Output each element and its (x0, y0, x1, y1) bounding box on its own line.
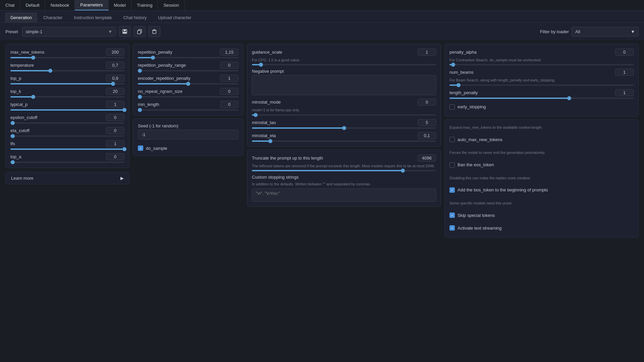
auto-max-new-tokens-checkbox[interactable] (449, 137, 455, 142)
tab-character[interactable]: Character (38, 13, 67, 22)
nav-chat[interactable]: Chat (0, 0, 20, 10)
slider-top_p[interactable] (10, 83, 124, 84)
slider-tfs[interactable] (10, 148, 124, 150)
penalty-alpha-value[interactable]: 0 (615, 49, 634, 56)
skip-special-tokens-checkbox[interactable]: ✓ (449, 213, 455, 218)
tab-instruction-template[interactable]: Instruction template (69, 13, 117, 22)
param-value-top_p[interactable]: 0,9 (106, 75, 124, 82)
param-name-temperature: temperature (10, 63, 34, 68)
negative-prompt-input[interactable] (252, 75, 436, 95)
slider-min_length[interactable] (138, 109, 238, 111)
right-right-panel: penalty_alpha 0 For Contrastive Search. … (444, 44, 639, 238)
param-value-no_repeat_ngram_size[interactable]: 0 (220, 88, 238, 95)
guidance-scale-value[interactable]: 1 (418, 49, 436, 56)
truncate-slider[interactable] (252, 170, 436, 171)
slider-typical_p[interactable] (10, 109, 124, 111)
truncate-name: Truncate the prompt up to this length (252, 156, 323, 161)
learn-more-bar[interactable]: Learn more ▶ (5, 172, 129, 184)
custom-stopping-label: Custom stopping strings (252, 175, 299, 180)
param-value-repetition_penalty_range[interactable]: 0 (220, 62, 238, 69)
preset-delete-btn[interactable] (148, 26, 160, 37)
truncate-value[interactable]: 4096 (418, 155, 436, 162)
param-name-min_length: min_length (138, 102, 159, 107)
num-beams-value[interactable]: 1 (615, 69, 634, 76)
slider-repetition_penalty[interactable] (138, 57, 238, 58)
mirostat-tau-value[interactable]: 5 (418, 119, 436, 126)
param-row-encoder_repetition_penalty: encoder_repetition_penalty 1 (138, 75, 238, 84)
slider-repetition_penalty_range[interactable] (138, 70, 238, 71)
activate-text-streaming-label: Activate text streaming (458, 226, 502, 231)
slider-temperature[interactable] (10, 70, 124, 71)
param-value-top_k[interactable]: 20 (106, 88, 124, 95)
right-panel: guidance_scale 1 For CFG. 1.5 is a good … (247, 44, 639, 238)
param-value-max_new_tokens[interactable]: 200 (106, 49, 124, 56)
mirostat-eta-row: mirostat_eta 0,1 (252, 132, 436, 142)
nav-parameters[interactable]: Parameters (75, 0, 108, 10)
left-panel: max_new_tokens 200 temperature 0,7 top_p… (5, 44, 129, 238)
add-bos-token-checkbox[interactable]: ✓ (449, 187, 455, 193)
stopping-strings-input[interactable]: "\n", "\nYou:" (252, 188, 436, 202)
penalty-alpha-slider[interactable] (449, 64, 634, 65)
length-penalty-value[interactable]: 1 (615, 89, 634, 96)
length-penalty-slider[interactable] (449, 98, 634, 99)
param-name-typical_p: typical_p (10, 102, 28, 107)
param-value-min_length[interactable]: 0 (220, 101, 238, 108)
nav-model[interactable]: Model (109, 0, 131, 10)
slider-top_k[interactable] (10, 96, 124, 98)
tab-chat-history[interactable]: Chat history (118, 13, 152, 22)
preset-label: Preset (5, 29, 19, 34)
slider-encoder_repetition_penalty[interactable] (138, 83, 238, 84)
slider-no_repeat_ngram_size[interactable] (138, 96, 238, 98)
filter-arrow-icon: ▼ (631, 29, 635, 34)
tab-generation[interactable]: Generation (5, 13, 37, 22)
activate-text-streaming-checkbox[interactable]: ✓ (449, 225, 455, 231)
preset-copy-btn[interactable] (133, 26, 146, 37)
mirostat-eta-value[interactable]: 0,1 (418, 132, 436, 139)
param-value-repetition_penalty[interactable]: 1,15 (220, 49, 238, 56)
ban-eos-token-checkbox[interactable] (449, 162, 455, 168)
slider-max_new_tokens[interactable] (10, 57, 124, 58)
param-row-tfs: tfs 1 (10, 140, 124, 150)
preset-save-btn[interactable] (119, 26, 131, 37)
do-sample-checkbox[interactable]: ✓ (138, 145, 143, 151)
filter-select[interactable]: All ▼ (572, 27, 639, 37)
param-name-tfs: tfs (10, 141, 15, 146)
auto-max-new-tokens-label: auto_max_new_tokens (458, 137, 502, 142)
slider-top_a[interactable] (10, 162, 124, 163)
param-name-top_a: top_a (10, 154, 21, 159)
seed-input[interactable] (138, 130, 238, 139)
seed-label: Seed (-1 for random) (138, 123, 178, 128)
nav-training[interactable]: Training (131, 0, 158, 10)
param-value-tfs[interactable]: 1 (106, 140, 124, 147)
right-left-top-box: guidance_scale 1 For CFG. 1.5 is a good … (247, 44, 441, 147)
nav-notebook[interactable]: Notebook (45, 0, 75, 10)
nav-default[interactable]: Default (20, 0, 45, 10)
tab-upload-character[interactable]: Upload character (153, 13, 196, 22)
param-row-eta_cutoff: eta_cutoff 0 (10, 127, 124, 137)
mirostat-mode-value[interactable]: 0 (418, 99, 436, 106)
slider-eta_cutoff[interactable] (10, 135, 124, 137)
filter-section: Filter by loader All ▼ (540, 27, 639, 37)
ban-eos-token-label: Ban the eos_token (458, 162, 494, 167)
param-value-typical_p[interactable]: 1 (106, 101, 124, 108)
early-stopping-checkbox[interactable] (449, 104, 455, 110)
param-value-encoder_repetition_penalty[interactable]: 1 (220, 75, 238, 82)
mirostat-tau-slider[interactable] (252, 127, 436, 129)
param-name-top_p: top_p (10, 76, 21, 81)
guidance-scale-desc: For CFG. 1.5 is a good value. (252, 58, 436, 63)
mirostat-mode-slider[interactable] (252, 114, 436, 116)
param-value-epsilon_cutoff[interactable]: 0 (106, 114, 124, 121)
auto-max-new-tokens-row: auto_max_new_tokens (449, 135, 634, 144)
right-right-bottom-box: Expand max_new_tokens to the available c… (444, 119, 639, 238)
param-value-temperature[interactable]: 0,7 (106, 62, 124, 69)
penalty-alpha-desc: For Contrastive Search. do_sample must b… (449, 58, 634, 63)
mirostat-eta-slider[interactable] (252, 140, 436, 142)
guidance-scale-slider[interactable] (252, 64, 436, 65)
param-value-eta_cutoff[interactable]: 0 (106, 127, 124, 134)
nav-session[interactable]: Session (158, 0, 184, 10)
preset-select[interactable]: simple-1 ▼ (22, 27, 116, 37)
param-value-top_a[interactable]: 0 (106, 153, 124, 160)
slider-epsilon_cutoff[interactable] (10, 122, 124, 124)
num-beams-slider[interactable] (449, 84, 634, 86)
param-name-eta_cutoff: eta_cutoff (10, 128, 30, 133)
